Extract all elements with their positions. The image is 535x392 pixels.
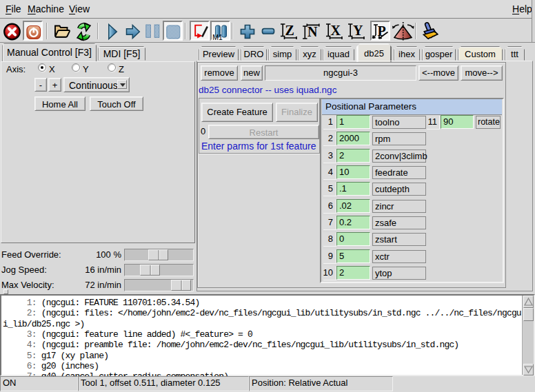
svg-text:M1: M1 [212,33,223,41]
svg-text:Z: Z [285,23,294,38]
svg-text:X: X [331,23,341,38]
svg-text:N: N [307,24,318,39]
svg-text:Y: Y [353,23,363,38]
